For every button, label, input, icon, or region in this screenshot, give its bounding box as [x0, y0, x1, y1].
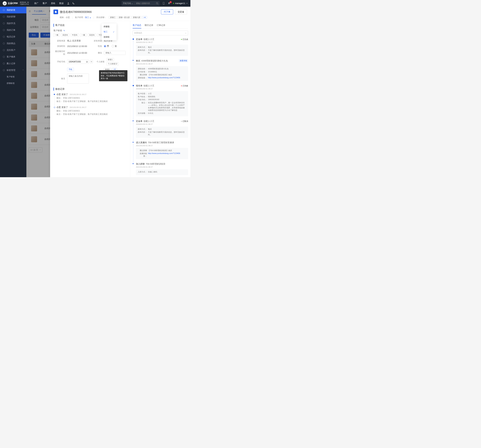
check-icon: ✓ — [113, 31, 115, 33]
sidebar-item-客户继承[interactable]: 客户继承 — [0, 54, 26, 60]
group-more-chip[interactable]: +4 — [142, 16, 147, 19]
top-header: ☁ 云朵CRM 教育机构一站式服务云平台 推广客户质检数据 手机号码 ⌄ 5 m… — [0, 0, 190, 7]
activity-item: 加入群聊759-59班理财训练营2021/01/30 01:38:27入群方式：… — [133, 162, 188, 175]
sidebar-item-标签管理[interactable]: 标签管理⌃ — [0, 67, 26, 74]
manager-select[interactable]: 张三 ▲ — [85, 16, 91, 19]
logo-icon: ☁ — [3, 1, 7, 5]
wechat-input[interactable] — [104, 51, 126, 55]
sidebar-icon — [3, 56, 5, 58]
phone-link-button[interactable]: 手机 — [67, 68, 74, 71]
activity-item: 进入直播间759-59班第三期理财直播课2021/01/30 01:38:27通… — [133, 141, 188, 159]
sidebar-icon — [3, 9, 5, 11]
sidebar-item-流失客户[interactable]: 流失客户 — [0, 47, 26, 54]
order-button[interactable]: 代下单 — [161, 9, 173, 14]
tag-chip[interactable]: 一般 — [53, 33, 60, 37]
search-icon[interactable] — [155, 2, 160, 5]
sidebar-icon — [3, 29, 5, 31]
customer-icon — [53, 9, 58, 14]
chevron-up-icon: ▲ — [90, 17, 91, 18]
timeline-dot — [133, 163, 134, 164]
drawer-right-panel: 客户动态聊天记录订单记录 全部动态⌄ 定金单创建人小王已完成2020/01/30… — [130, 21, 190, 177]
nav-客户[interactable]: 客户 — [43, 2, 47, 5]
deposit-button[interactable]: 交定金 — [175, 9, 187, 14]
activity-item: 报名单创建人小王已失败2020/01/30 01:38:27客户经理：小王客户姓… — [133, 84, 188, 116]
svg-point-5 — [3, 16, 5, 17]
search-group: 手机号码 ⌄ — [122, 1, 160, 6]
user-menu[interactable]: manager11 ▼ — [173, 2, 188, 5]
nav-推广[interactable]: 推广 — [34, 2, 38, 5]
activity-tab[interactable]: 订单记录 — [157, 24, 165, 28]
sidebar-item-我的群聊[interactable]: 我的群聊 — [0, 13, 26, 20]
phone-icon[interactable] — [72, 2, 75, 5]
mobile-icon[interactable] — [162, 2, 165, 5]
svg-point-7 — [3, 29, 5, 31]
view-detail-button[interactable]: 查看详情 — [179, 59, 188, 62]
group-chip[interactable]: 群聊三 — [109, 16, 117, 19]
group-chip[interactable]: 群聊六群 — [132, 16, 142, 19]
sidebar-icon — [3, 49, 5, 51]
phone-duplicate-tooltip: 查询到此手机号码在系统中已存在，可以将两条客户数据合并为一条 — [99, 70, 128, 81]
sidebar-icon — [3, 69, 5, 71]
sidebar-item-我的商品[interactable]: 我的商品 — [0, 40, 26, 47]
note-textarea[interactable] — [67, 74, 89, 84]
sidebar-item-删人记录[interactable]: 删人记录 — [0, 60, 26, 67]
timeline-dot — [133, 60, 134, 61]
drawer-left-panel: 客户信息 客户标签 ✎ 一般高意向中意向一般高意向中意向+4 获客来源线上-北京… — [50, 21, 130, 177]
chevron-up-icon: ⌃ — [22, 69, 24, 71]
drawer-title: 微信名称6789990000966 — [60, 10, 92, 14]
group-chip[interactable]: 群聊一群大群 — [117, 16, 131, 19]
log-item: 小王 更新了2021/01/30 01:38:27微信： 空值-13672182… — [53, 93, 127, 103]
activity-item: 定金单创建人小王已完成2020/01/30 01:38:27跟单方式：电话跟单内… — [133, 38, 188, 56]
sidebar-item-我的学员[interactable]: 我的学员 — [0, 20, 26, 27]
personal-tag-chip[interactable]: 标签1 — [106, 58, 114, 61]
dropdown-option[interactable]: 师馨薇 — [102, 24, 117, 29]
link[interactable]: http://www.yunduoketang.com/?123456 — [148, 77, 180, 78]
bell-icon[interactable]: 5 — [168, 2, 170, 5]
manager-dropdown: 师馨薇张三✓俱保咏 — [102, 23, 117, 40]
sidebar-item-客户标签[interactable]: 客户标签 — [0, 74, 26, 80]
section-change-log: 修改记录 — [53, 88, 127, 91]
dropdown-option[interactable]: 张三✓ — [102, 29, 117, 34]
tags-label: 客户标签 — [53, 29, 62, 32]
svg-point-9 — [3, 43, 5, 44]
tag-chip[interactable]: 一般 — [80, 33, 87, 37]
phone-input[interactable] — [67, 60, 89, 64]
activity-tab[interactable]: 客户动态 — [133, 24, 141, 28]
edit-tags-icon[interactable]: ✎ — [63, 30, 65, 32]
radio-male[interactable]: 男 — [104, 45, 109, 48]
timeline-dot — [133, 39, 134, 40]
sidebar-icon — [3, 15, 5, 18]
logo-text: 云朵CRM — [8, 2, 18, 5]
link[interactable]: http://www.yunduoketang.com/?123456 — [148, 152, 180, 154]
tag-chip[interactable]: 高意向 — [88, 33, 96, 37]
radio-female[interactable]: 女 — [112, 45, 117, 48]
tag-chip[interactable]: 高意向 — [61, 33, 69, 37]
activity-tab[interactable]: 聊天记录 — [145, 24, 153, 28]
svg-point-4 — [3, 9, 5, 11]
svg-point-1 — [156, 2, 158, 4]
tag-chip[interactable]: 中意向 — [71, 33, 79, 37]
sidebar: 我的好友我的群聊我的学员我的订单电话记录我的商品流失客户客户继承删人记录标签管理… — [0, 7, 26, 177]
logo: ☁ 云朵CRM 教育机构一站式服务云平台 — [3, 1, 29, 5]
search-type-select[interactable]: 手机号码 ⌄ — [122, 2, 135, 5]
customer-drawer: 微信名称6789990000966 代下单 交定金 昵称：小王 | 客户经理：张… — [50, 7, 190, 177]
svg-point-13 — [3, 69, 5, 71]
personal-tag-chip[interactable]: 个人标签12 — [106, 62, 119, 65]
top-nav: 推广客户质检数据 — [34, 2, 64, 5]
search-input[interactable] — [135, 2, 155, 5]
log-item: 小王 更新了2021/01/30 01:38:27微信： 空值-13672182… — [53, 106, 127, 116]
activity-filter-select[interactable]: 全部动态⌄ — [133, 31, 188, 35]
sidebar-item-我的好友[interactable]: 我的好友 — [0, 7, 26, 13]
sidebar-item-电话记录[interactable]: 电话记录 — [0, 33, 26, 40]
dropdown-option[interactable]: 俱保咏 — [102, 34, 117, 40]
svg-point-11 — [3, 56, 5, 58]
svg-point-8 — [3, 36, 5, 38]
nav-质检[interactable]: 质检 — [51, 2, 55, 5]
timeline-dot — [133, 85, 134, 86]
sidebar-item-我的订单[interactable]: 我的订单 — [0, 27, 26, 33]
contact-icon[interactable]: ▤ — [86, 61, 88, 63]
person-icon[interactable] — [67, 2, 70, 5]
copy-icon[interactable]: ⧉ — [90, 60, 93, 63]
sidebar-item-群聊标签[interactable]: 群聊标签 — [0, 80, 26, 87]
nav-数据[interactable]: 数据 — [59, 2, 64, 5]
